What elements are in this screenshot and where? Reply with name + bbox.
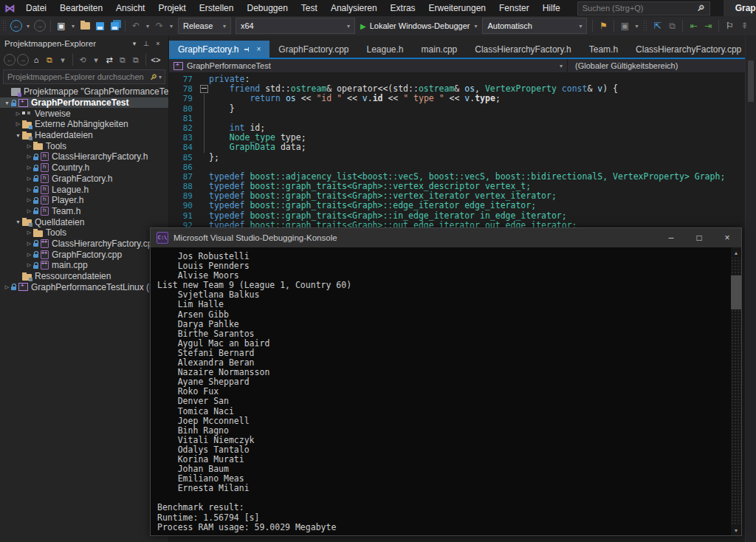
previous-bookmark-icon[interactable]: ⇞: [737, 18, 752, 33]
redo-dropdown-icon[interactable]: ▾: [167, 18, 176, 33]
expander-icon[interactable]: ▷: [25, 176, 33, 182]
tab-classhierarchyfactory-h[interactable]: ClassHierarchyFactory.h: [466, 41, 580, 58]
tree-item-classhierarchyfactory-cpp[interactable]: ▷ClassHierarchyFactory.cpp: [0, 239, 168, 250]
expander-icon[interactable]: ▷: [25, 165, 33, 171]
tree-item-country-h[interactable]: ▷Country.h: [0, 162, 168, 174]
explorer-search-box[interactable]: 🔎︎ ▾: [3, 69, 165, 84]
scope-dropdown[interactable]: (Globaler Gültigkeitsbereich): [568, 61, 756, 70]
tab-league-h[interactable]: League.h: [357, 41, 412, 58]
close-icon[interactable]: ×: [152, 40, 164, 47]
expander-icon[interactable]: ▷: [25, 208, 33, 214]
close-button[interactable]: ×: [713, 228, 741, 247]
expander-icon[interactable]: ▷: [25, 187, 33, 193]
next-bookmark-icon[interactable]: ⇟: [752, 18, 756, 33]
search-icon[interactable]: 🔎︎: [150, 73, 159, 81]
scroll-down-icon[interactable]: ▼: [731, 525, 741, 535]
tree-item-externe-abh-ngigkeiten[interactable]: ▷Externe Abhängigkeiten: [0, 119, 168, 130]
tree-item-graphperformancetest[interactable]: ▼GraphPerformanceTest: [0, 97, 168, 109]
tree-item-team-h[interactable]: ▷Team.h: [0, 206, 168, 217]
maximize-button[interactable]: □: [685, 228, 713, 247]
menu-item-ansicht[interactable]: Ansicht: [109, 0, 151, 16]
console-title-bar[interactable]: C:\ Microsoft Visual Studio-Debugging-Ko…: [151, 228, 741, 247]
window-position-icon[interactable]: ▾: [128, 40, 140, 47]
search-icon[interactable]: 🔎︎: [697, 4, 709, 13]
expander-icon[interactable]: ▷: [3, 284, 11, 290]
sync-with-active-document-icon[interactable]: ⇄: [103, 53, 116, 66]
tab-team-h[interactable]: Team.h: [580, 41, 627, 58]
tree-item-headerdateien[interactable]: ▼Headerdateien: [0, 130, 168, 141]
tab-graphfactory-h[interactable]: GraphFactory.h×: [169, 41, 269, 58]
save-button[interactable]: [92, 18, 107, 33]
chevron-down-icon[interactable]: ▾: [159, 74, 165, 80]
scroll-up-icon[interactable]: ▲: [731, 247, 741, 258]
menu-item-debuggen[interactable]: Debuggen: [240, 0, 294, 16]
switch-views-icon[interactable]: ⧉: [43, 53, 56, 66]
tab-graphfactory-cpp[interactable]: GraphFactory.cpp: [269, 41, 357, 58]
platform-dropdown[interactable]: x64 ▾: [236, 18, 355, 34]
attach-dropdown[interactable]: Automatisch ▾: [482, 18, 587, 34]
explorer-search-input[interactable]: [4, 72, 150, 81]
decrease-indent-icon[interactable]: ⇤: [686, 18, 701, 33]
project-scope-dropdown[interactable]: GraphPerformanceTest ▾: [169, 59, 568, 72]
increase-indent-icon[interactable]: ⇥: [701, 18, 715, 33]
tree-item-league-h[interactable]: ▷League.h: [0, 184, 168, 195]
explorer-forward-icon[interactable]: →: [17, 54, 29, 66]
menu-item-extras[interactable]: Extras: [384, 0, 422, 16]
tab-classhierarchyfactory-cpp[interactable]: ClassHierarchyFactory.cpp: [627, 41, 750, 58]
close-icon[interactable]: ×: [256, 45, 261, 53]
save-all-button[interactable]: [107, 18, 122, 33]
collapse-all-icon[interactable]: ⧉: [129, 53, 142, 66]
show-all-files-icon[interactable]: ⧉: [116, 53, 129, 66]
menu-item-bearbeiten[interactable]: Bearbeiten: [53, 0, 109, 16]
fold-margin[interactable]: [199, 84, 209, 94]
editor-scrollbar[interactable]: [745, 35, 756, 542]
redo-button[interactable]: ↷: [152, 18, 167, 33]
menu-item-datei[interactable]: Datei: [19, 0, 53, 16]
expander-icon[interactable]: ▷: [25, 154, 33, 159]
expander-icon[interactable]: ▷: [14, 121, 22, 127]
bookmark-icon[interactable]: ⚐: [722, 18, 737, 33]
expander-icon[interactable]: ▷: [25, 197, 33, 203]
home-icon[interactable]: ⌂: [30, 53, 43, 66]
preview-dropdown-icon[interactable]: ▾: [632, 18, 641, 33]
quick-search-input[interactable]: [578, 4, 697, 13]
preview-changes-icon[interactable]: ▣: [617, 18, 632, 33]
tree-item-main-cpp[interactable]: ▷main.cpp: [0, 260, 168, 271]
expander-icon[interactable]: ▷: [25, 230, 33, 236]
expander-icon[interactable]: ▷: [25, 241, 33, 247]
expander-icon[interactable]: ▷: [25, 262, 33, 268]
tree-item-tools[interactable]: ▷Tools: [0, 140, 168, 151]
tree-item-graphperformancetestlinux-linux[interactable]: ▷GraphPerformanceTestLinux (Linux): [0, 281, 168, 292]
menu-item-erstellen[interactable]: Erstellen: [193, 0, 241, 16]
expander-icon[interactable]: ▷: [25, 143, 33, 149]
toolbar-grip[interactable]: [2, 20, 7, 32]
tab-main-cpp[interactable]: main.cpp: [413, 41, 467, 58]
menu-item-projekt[interactable]: Projekt: [151, 0, 192, 16]
tree-item-projektmappe-graphperformancetest-2-vo[interactable]: Projektmappe "GraphPerformanceTest" (2 v…: [0, 86, 168, 97]
open-file-button[interactable]: [78, 18, 92, 33]
navigate-back-dropdown-icon[interactable]: ▾: [24, 18, 32, 33]
navigate-back-button[interactable]: ←: [9, 18, 24, 33]
navigate-backward-code-icon[interactable]: ⇱: [650, 18, 664, 33]
pending-changes-filter-icon[interactable]: ⟲: [76, 53, 89, 66]
expander-icon[interactable]: ▼: [3, 100, 11, 106]
editor-scrollbar-thumb[interactable]: [748, 61, 754, 102]
quick-search-box[interactable]: 🔎︎: [577, 1, 710, 16]
navigate-forward-button[interactable]: →: [32, 18, 47, 33]
expander-icon[interactable]: ▷: [14, 111, 22, 117]
explorer-back-icon[interactable]: ←: [4, 54, 16, 66]
menu-item-analysieren[interactable]: Analysieren: [324, 0, 384, 16]
console-scrollbar[interactable]: ▲ ▼: [731, 247, 741, 535]
tree-item-tools[interactable]: ▷Tools: [0, 227, 168, 239]
undo-dropdown-icon[interactable]: ▾: [143, 18, 152, 33]
tree-item-classhierarchyfactory-h[interactable]: ▷ClassHierarchyFactory.h: [0, 151, 168, 162]
attach-to-process-icon[interactable]: ⚑: [596, 18, 611, 33]
new-project-button[interactable]: ▣: [54, 18, 69, 33]
copy-item-icon[interactable]: ⧉: [664, 18, 679, 33]
menu-item-hilfe[interactable]: Hilfe: [536, 0, 567, 16]
tree-item-verweise[interactable]: ▷Verweise: [0, 108, 168, 119]
view-code-icon[interactable]: <>: [149, 53, 162, 66]
tree-item-quelldateien[interactable]: ▼Quelldateien: [0, 216, 168, 227]
menu-item-erweiterungen[interactable]: Erweiterungen: [422, 0, 492, 16]
pin-icon[interactable]: [244, 46, 251, 53]
